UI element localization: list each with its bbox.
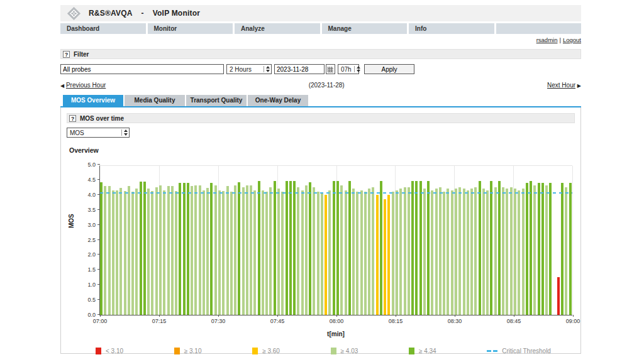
mos-bar xyxy=(234,185,236,315)
mos-bar xyxy=(119,188,122,315)
mos-bar xyxy=(128,186,130,315)
x-tick xyxy=(573,315,574,317)
mos-bar xyxy=(253,190,256,315)
hour-select[interactable]: 07h xyxy=(338,64,359,74)
app-name: VoIP Monitor xyxy=(153,9,200,18)
x-tick-label: 07:00 xyxy=(87,318,113,324)
y-tick-label: 3.0 xyxy=(77,222,96,228)
nav-item-info[interactable]: Info xyxy=(409,23,494,34)
section-help-button[interactable]: ? xyxy=(69,115,76,122)
tab-transport-quality[interactable]: Transport Quality xyxy=(186,95,247,106)
next-hour-link[interactable]: Next Hour xyxy=(547,82,575,89)
mos-bar xyxy=(494,187,497,315)
mos-bar xyxy=(368,189,370,315)
mos-bar xyxy=(352,189,355,315)
app-window: R&S®AVQA-VoIP Monitor Dashboard Monitor … xyxy=(60,0,581,354)
mos-bar xyxy=(423,189,426,315)
mos-bar xyxy=(179,183,181,315)
metric-select[interactable]: MOS xyxy=(67,128,130,138)
next-hour[interactable]: Next Hour ▶ xyxy=(547,82,581,89)
stepper-icon xyxy=(264,66,270,72)
mos-bar xyxy=(100,182,103,315)
section-header: ? MOS over time xyxy=(67,113,575,123)
mos-bar xyxy=(325,195,327,315)
probe-input[interactable] xyxy=(60,64,224,74)
title-bar: R&S®AVQA-VoIP Monitor xyxy=(60,5,581,21)
mos-bar xyxy=(262,190,264,315)
apply-button[interactable]: Apply xyxy=(364,64,414,74)
mos-bar xyxy=(360,190,363,315)
x-tick-label: 08:30 xyxy=(442,318,467,324)
mos-bar xyxy=(124,191,126,315)
logout-link[interactable]: Logout xyxy=(563,36,581,43)
mos-bar xyxy=(399,189,402,315)
username-link[interactable]: rsadmin xyxy=(536,36,558,43)
x-tick xyxy=(336,315,337,317)
stepper-icon xyxy=(121,129,128,136)
mos-bar xyxy=(175,191,177,315)
nav-item-monitor[interactable]: Monitor xyxy=(148,23,233,34)
calendar-button[interactable] xyxy=(326,64,335,74)
plot-area: 0.00.51.01.52.02.53.03.54.04.55.007:0007… xyxy=(99,165,572,315)
mos-overview-panel: ? MOS over time MOS Overview MOS 0.00.51… xyxy=(60,107,581,354)
nav-item-analyze[interactable]: Analyze xyxy=(235,23,320,34)
legend-label: ≥ 4.03 xyxy=(341,348,358,354)
mos-bar xyxy=(463,189,465,315)
mos-bar xyxy=(510,187,513,315)
mos-bar xyxy=(269,187,272,315)
nav-item-manage[interactable]: Manage xyxy=(322,23,408,34)
mos-bar xyxy=(147,189,150,315)
tab-media-quality[interactable]: Media Quality xyxy=(125,95,185,106)
mos-bar xyxy=(380,181,382,315)
x-tick xyxy=(218,315,219,317)
legend-item: ≥ 4.34 xyxy=(409,348,436,354)
filter-help-button[interactable]: ? xyxy=(63,51,70,58)
x-tick-label: 08:15 xyxy=(383,318,408,324)
mos-bar xyxy=(384,199,386,315)
previous-hour-link[interactable]: Previous Hour xyxy=(66,82,106,89)
mos-bar xyxy=(356,192,358,315)
mos-bar xyxy=(159,185,162,315)
mos-bar xyxy=(242,187,245,315)
mos-bar xyxy=(533,185,536,315)
hour-navigation: ◀ Previous Hour (2023-11-28) Next Hour ▶ xyxy=(60,82,581,89)
mos-bar xyxy=(538,183,540,315)
legend-item-critical-threshold: Critical Threshold xyxy=(487,348,551,354)
y-tick-label: 0.0 xyxy=(77,312,96,318)
right-arrow-icon: ▶ xyxy=(577,83,581,89)
mos-bar xyxy=(143,182,146,315)
mos-bar xyxy=(203,190,205,315)
left-arrow-icon: ◀ xyxy=(60,83,64,89)
mos-bar xyxy=(187,183,189,315)
mos-bar xyxy=(518,190,520,315)
legend-item: ≥ 4.03 xyxy=(331,348,358,354)
mos-bar xyxy=(171,186,174,315)
date-input[interactable] xyxy=(274,64,325,74)
mos-bar xyxy=(348,181,351,315)
mos-bar xyxy=(364,192,367,315)
mos-bar xyxy=(293,181,296,315)
mos-bar xyxy=(565,187,567,315)
tab-mos-overview[interactable]: MOS Overview xyxy=(63,95,123,106)
mos-bar xyxy=(250,185,252,315)
nav-item-dashboard[interactable]: Dashboard xyxy=(60,23,146,34)
tab-one-way-delay[interactable]: One-Way Delay xyxy=(248,95,308,106)
mos-chart: MOS 0.00.51.01.52.02.53.03.54.04.55.007:… xyxy=(67,160,575,341)
duration-select[interactable]: 2 Hours xyxy=(226,64,272,74)
y-tick xyxy=(97,164,100,165)
mos-bar xyxy=(281,192,284,315)
y-tick-label: 4.5 xyxy=(77,177,96,183)
legend-swatch xyxy=(252,348,258,354)
rohde-schwarz-logo xyxy=(67,6,80,19)
y-tick-label: 4.0 xyxy=(77,192,96,198)
x-tick-label: 07:15 xyxy=(147,318,172,324)
stepper-icon xyxy=(354,66,360,72)
mos-bar xyxy=(210,183,213,315)
user-row: rsadmin|Logout xyxy=(60,36,581,43)
legend-label: ≥ 3.10 xyxy=(184,348,202,354)
mos-bar xyxy=(392,192,394,315)
x-tick xyxy=(159,315,160,317)
mos-bar xyxy=(522,189,525,315)
mos-bar xyxy=(116,190,118,315)
previous-hour[interactable]: ◀ Previous Hour xyxy=(60,82,106,89)
